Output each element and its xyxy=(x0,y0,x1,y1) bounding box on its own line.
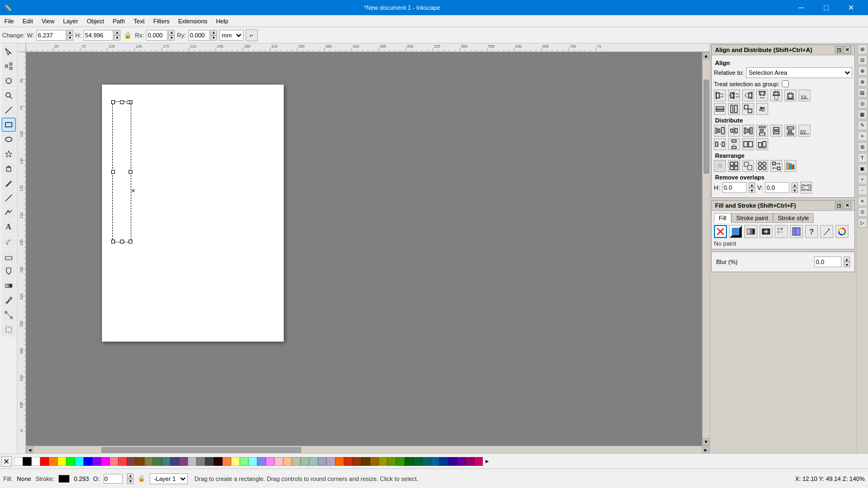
align-left-edge[interactable] xyxy=(714,89,726,101)
rearrange-grid[interactable] xyxy=(728,160,740,172)
spray-tool[interactable] xyxy=(2,235,16,249)
align-panel-header[interactable]: Align and Distribute (Shift+Ctrl+A) ◳ ✕ xyxy=(712,45,854,55)
stroke-style-tab[interactable]: Stroke style xyxy=(773,213,814,223)
eyedropper-tool[interactable] xyxy=(2,293,16,307)
palette-swatch[interactable] xyxy=(179,457,188,466)
layer-selector[interactable]: -Layer 1 xyxy=(150,473,188,484)
menu-filters[interactable]: Filters xyxy=(149,17,174,25)
palette-swatch[interactable] xyxy=(58,457,66,466)
palette-swatch[interactable] xyxy=(84,457,92,466)
blur-input[interactable] xyxy=(814,256,841,267)
strip-btn-10[interactable]: ⊞ xyxy=(858,142,867,152)
zoom-in-btn[interactable]: + xyxy=(858,175,867,184)
dist-graph[interactable] xyxy=(756,138,768,150)
align-panel-float[interactable]: ◳ xyxy=(835,46,843,54)
palette-swatch[interactable] xyxy=(353,457,361,466)
lock-indicator[interactable]: 🔒 xyxy=(138,475,145,482)
palette-swatch[interactable] xyxy=(275,457,283,466)
rx-spin-up[interactable]: ▲ xyxy=(168,30,175,35)
ry-input[interactable] xyxy=(188,30,210,41)
transform-tool[interactable] xyxy=(2,323,16,337)
rearrange-exchange-z[interactable] xyxy=(742,160,754,172)
palette-swatch[interactable] xyxy=(292,457,301,466)
palette-swatch[interactable] xyxy=(457,457,465,466)
width-spin-up[interactable]: ▲ xyxy=(67,30,73,35)
dist-right-edges[interactable] xyxy=(742,125,754,137)
scrollbar-v-track[interactable] xyxy=(704,61,709,437)
palette-swatch[interactable] xyxy=(188,457,196,466)
close-button[interactable]: ✕ xyxy=(839,0,864,15)
palette-swatch[interactable] xyxy=(439,457,448,466)
measure-tool[interactable] xyxy=(2,103,16,117)
align-center-v[interactable] xyxy=(728,89,740,101)
menu-text[interactable]: Text xyxy=(129,17,149,25)
palette-swatch[interactable] xyxy=(162,457,170,466)
dist-gaps-h[interactable] xyxy=(714,138,726,150)
palette-swatch[interactable] xyxy=(413,457,422,466)
fill-tab[interactable]: Fill xyxy=(714,213,731,223)
flat-color-btn[interactable] xyxy=(729,225,742,238)
star-tool[interactable] xyxy=(2,147,16,161)
strip-btn-11[interactable]: T xyxy=(858,153,867,163)
palette-swatch[interactable] xyxy=(344,457,353,466)
unknown-paint-btn[interactable]: ? xyxy=(805,225,818,238)
scrollbar-h-thumb[interactable] xyxy=(101,447,301,453)
dist-left-edges[interactable] xyxy=(714,125,726,137)
align-text-baseline[interactable]: ya xyxy=(799,89,810,101)
palette-swatch[interactable] xyxy=(257,457,266,466)
gradient-tool[interactable] xyxy=(2,279,16,293)
palette-swatch[interactable] xyxy=(327,457,335,466)
pattern-btn[interactable] xyxy=(775,225,788,238)
overlap-h-down[interactable]: ▼ xyxy=(749,188,755,193)
palette-swatch[interactable] xyxy=(127,457,136,466)
strip-btn-4[interactable]: ⊗ xyxy=(858,77,867,87)
rearrange-color[interactable] xyxy=(784,160,796,172)
palette-swatch[interactable] xyxy=(387,457,396,466)
overlap-v-down[interactable]: ▼ xyxy=(792,188,798,193)
menu-path[interactable]: Path xyxy=(108,17,130,25)
unit-selector[interactable]: mm px cm in xyxy=(219,30,244,41)
palette-swatch[interactable] xyxy=(49,457,58,466)
rx-spin-down[interactable]: ▼ xyxy=(168,35,175,41)
palette-swatch[interactable] xyxy=(170,457,179,466)
handle-br[interactable] xyxy=(129,240,132,243)
no-color-swatch[interactable]: ✕ xyxy=(1,456,12,467)
palette-swatch[interactable] xyxy=(266,457,275,466)
palette-swatch[interactable] xyxy=(214,457,222,466)
fill-stroke-float[interactable]: ◳ xyxy=(835,202,843,209)
palette-swatch[interactable] xyxy=(118,457,127,466)
ry-spin-up[interactable]: ▲ xyxy=(210,30,217,35)
linear-gradient-btn[interactable] xyxy=(744,225,757,238)
palette-swatch[interactable] xyxy=(283,457,292,466)
palette-swatch[interactable] xyxy=(75,457,84,466)
dist-centers-v[interactable] xyxy=(770,125,782,137)
palette-swatch[interactable] xyxy=(31,457,40,466)
color-wheel-btn[interactable] xyxy=(835,225,848,238)
strip-btn-15[interactable]: ≡ xyxy=(858,196,867,206)
palette-swatch[interactable] xyxy=(231,457,240,466)
palette-swatch[interactable] xyxy=(474,457,483,466)
palette-scroll-right[interactable]: ► xyxy=(483,456,492,467)
canvas-viewport[interactable]: × xyxy=(26,52,710,453)
dist-gaps-v[interactable] xyxy=(728,138,740,150)
tweak-tool[interactable] xyxy=(2,74,16,88)
3d-box-tool[interactable] xyxy=(2,162,16,176)
handle-ml[interactable] xyxy=(111,170,115,174)
dist-baseline[interactable]: py xyxy=(799,125,810,137)
strip-btn-3[interactable]: ⊕ xyxy=(858,66,867,76)
menu-extensions[interactable]: Extensions xyxy=(174,17,212,25)
align-exchange[interactable] xyxy=(756,103,768,115)
menu-view[interactable]: View xyxy=(37,17,59,25)
align-same-height[interactable] xyxy=(728,103,740,115)
overlap-v-up[interactable]: ▲ xyxy=(792,182,798,188)
palette-swatch[interactable] xyxy=(309,457,318,466)
strip-btn-2[interactable]: ⊟ xyxy=(858,55,867,65)
strip-btn-16[interactable]: ⊙ xyxy=(858,207,867,217)
connector-tool[interactable] xyxy=(2,308,16,322)
stroke-paint-tab[interactable]: Stroke paint xyxy=(731,213,773,223)
strip-btn-7[interactable]: ▦ xyxy=(858,110,867,119)
palette-swatch[interactable] xyxy=(301,457,309,466)
palette-swatch[interactable] xyxy=(222,457,231,466)
handle-bm[interactable] xyxy=(120,240,124,243)
rectangle-tool[interactable] xyxy=(2,118,16,132)
